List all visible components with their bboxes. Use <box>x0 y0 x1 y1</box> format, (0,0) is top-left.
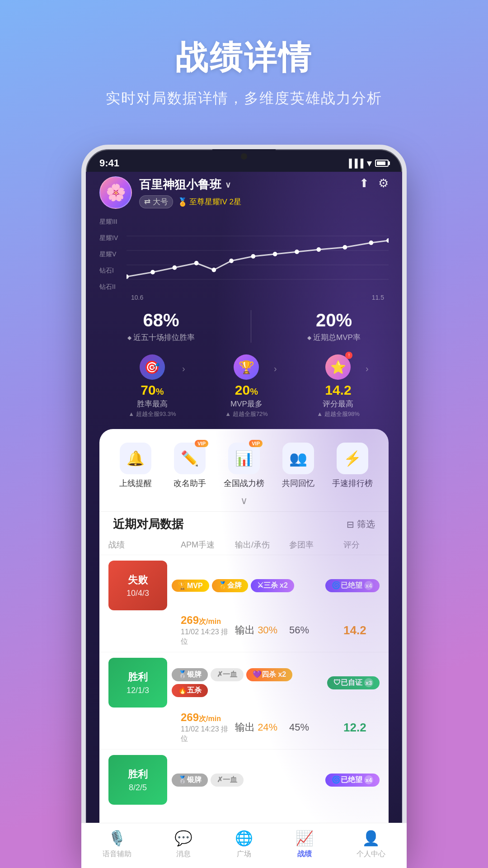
hero-title: 战绩详情 <box>18 36 470 80</box>
nav-label-message: 消息 <box>176 849 191 859</box>
tag-mvp: 🏆MVP <box>172 580 209 592</box>
chevron-right-icon: › <box>182 363 185 374</box>
nav-label-plaza: 广场 <box>237 849 251 859</box>
main-account-badge: ⇄ 大号 <box>139 195 173 208</box>
mvp-rate-value: 20% <box>307 310 361 330</box>
svg-point-2 <box>173 265 177 270</box>
mvp-rate-label: ◆ 近期总MVP率 <box>307 332 361 343</box>
rank-chart-icon: 📊 VIP <box>228 443 260 474</box>
avatar[interactable]: 🌸 <box>99 176 132 209</box>
chevron-right-icon-3: › <box>366 363 369 374</box>
svg-point-1 <box>150 270 155 274</box>
nav-label-voice: 语音辅助 <box>103 849 131 859</box>
win-rate-value: 68% <box>127 310 195 330</box>
hero-winrate-label: 胜率最高 <box>137 399 168 409</box>
profile-icon: 👤 <box>362 830 380 847</box>
dropdown-arrow-icon[interactable]: ∨ <box>225 180 231 190</box>
hero-stat-avatar-2: 🏆 <box>234 354 259 380</box>
tag-penta: 🔥五杀 <box>172 684 208 697</box>
hero-stat-winrate[interactable]: 🎯 70% 胜率最高 ▲ 超越全服93.3% › <box>128 354 176 418</box>
bottom-nav: 🎙️ 语音辅助 💬 消息 🌐 广场 📈 战绩 👤 个人中心 <box>81 823 407 868</box>
profile-row: 🌸 百里神狙小鲁班 ∨ ⇄ 大号 🏅 至尊星耀IV 2星 <box>99 176 389 209</box>
phone-camera <box>241 153 247 160</box>
section-title: 近期对局数据 <box>113 516 183 532</box>
hero-subtitle: 实时对局数据详情，多维度英雄战力分析 <box>18 89 470 108</box>
svg-point-0 <box>127 274 129 279</box>
vip-badge-2: VIP <box>249 440 263 447</box>
nav-profile[interactable]: 👤 个人中心 <box>357 830 385 859</box>
nav-label-stats: 战绩 <box>297 849 312 859</box>
svg-point-12 <box>386 238 389 243</box>
vip-badge-1: VIP <box>195 440 208 447</box>
settings-icon[interactable]: ⚙ <box>378 176 389 190</box>
hero-winrate-sub: ▲ 超越全服93.3% <box>128 410 176 418</box>
profile-badges: ⇄ 大号 🏅 至尊星耀IV 2星 <box>139 195 389 208</box>
diamond-icon: ◆ <box>127 335 131 341</box>
chart-y-labels: 星耀III 星耀IV 星耀V 钻石I 钻石II <box>99 218 127 291</box>
voice-icon: 🎙️ <box>108 830 126 847</box>
rank-badge: 🏅 至尊星耀IV 2星 <box>178 197 241 207</box>
hero-header: 战绩详情 实时对局数据详情，多维度英雄战力分析 <box>0 0 488 127</box>
users-icon: 👥 <box>282 443 314 474</box>
profile-name[interactable]: 百里神狙小鲁班 ∨ <box>139 177 389 193</box>
rank-icon: 🏅 <box>178 197 188 207</box>
svg-point-7 <box>273 252 277 256</box>
hero-rating-label: 评分最高 <box>323 399 353 409</box>
hero-rating-value: 14.2 <box>325 382 351 398</box>
hero-stat-rating[interactable]: ⭐ ! 14.2 评分最高 ▲ 超越全服98% › <box>317 354 360 418</box>
notification-badge: ! <box>345 352 352 359</box>
hero-winrate-value: 70% <box>141 382 164 398</box>
feature-label-2: 改名助手 <box>174 478 206 489</box>
profile-section: 🌸 百里神狙小鲁班 ∨ ⇄ 大号 🏅 至尊星耀IV 2星 <box>86 172 402 854</box>
nav-plaza[interactable]: 🌐 广场 <box>235 830 253 859</box>
result-badge-victory-3: 胜利 8/2/5 <box>108 755 167 805</box>
hero-stats-row: 🎯 70% 胜率最高 ▲ 超越全服93.3% › 🏆 20% MVP最多 ▲ 超… <box>99 347 389 429</box>
hero-stat-mvp[interactable]: 🏆 20% MVP最多 ▲ 超越全服72% › <box>225 354 268 418</box>
svg-point-10 <box>343 245 347 250</box>
svg-point-4 <box>212 268 216 272</box>
share-icon[interactable]: ⬆ <box>359 176 369 190</box>
profile-info: 百里神狙小鲁班 ∨ ⇄ 大号 🏅 至尊星耀IV 2星 <box>139 177 389 208</box>
feature-online-remind[interactable]: 🔔 上线提醒 <box>108 443 163 489</box>
tag-silver-3: 🥈银牌 <box>172 774 208 787</box>
phone-notch <box>212 149 276 164</box>
signal-icon: ▐▐▐ <box>346 159 363 168</box>
globe-icon: 🌐 <box>235 830 253 847</box>
wifi-icon: ▾ <box>367 158 371 169</box>
result-badge-victory: 胜利 12/1/3 <box>108 658 167 708</box>
svg-point-9 <box>317 247 321 252</box>
svg-point-6 <box>251 254 256 259</box>
mvp-rate-stat: 20% ◆ 近期总MVP率 <box>307 310 361 343</box>
stats-row: 68% ◆ 近五十场排位胜率 20% ◆ 近期总MVP率 <box>99 301 389 347</box>
diamond-icon-2: ◆ <box>307 335 311 341</box>
nav-label-profile: 个人中心 <box>357 849 385 859</box>
rank-chart <box>127 218 389 290</box>
status-time: 9:41 <box>99 157 119 169</box>
chevron-right-icon-2: › <box>274 363 277 374</box>
nav-voice[interactable]: 🎙️ 语音辅助 <box>103 830 131 859</box>
win-rate-label: ◆ 近五十场排位胜率 <box>127 332 195 343</box>
nav-message[interactable]: 💬 消息 <box>174 830 192 859</box>
col-result: 战绩 <box>108 539 181 550</box>
chart-area: 星耀III 星耀IV 星耀V 钻石I 钻石II <box>99 213 389 301</box>
battery-icon <box>375 160 389 167</box>
svg-point-5 <box>229 259 234 263</box>
tag-silver: 🥈银牌 <box>172 668 208 681</box>
speed-icon: ⚡ <box>337 443 368 474</box>
hero-rating-sub: ▲ 超越全服98% <box>317 410 360 418</box>
feature-label-1: 上线提醒 <box>119 478 152 489</box>
result-badge-defeat: 失败 10/4/3 <box>108 561 167 610</box>
bell-icon: 🔔 <box>120 443 151 474</box>
hero-mvp-value: 20% <box>235 382 258 398</box>
status-indicators: ▐▐▐ ▾ <box>346 158 389 169</box>
svg-point-11 <box>369 241 374 245</box>
hero-mvp-label: MVP最多 <box>230 399 263 409</box>
stats-icon: 📈 <box>296 830 314 847</box>
feature-rename[interactable]: ✏️ VIP 改名助手 <box>163 443 217 489</box>
message-icon: 💬 <box>174 830 192 847</box>
pencil-icon: ✏️ VIP <box>174 443 206 474</box>
hero-stat-avatar-1: 🎯 <box>140 354 165 380</box>
win-rate-stat: 68% ◆ 近五十场排位胜率 <box>127 310 195 343</box>
chart-x-labels: 10.6 11.5 <box>127 294 389 301</box>
nav-stats[interactable]: 📈 战绩 <box>296 830 314 859</box>
